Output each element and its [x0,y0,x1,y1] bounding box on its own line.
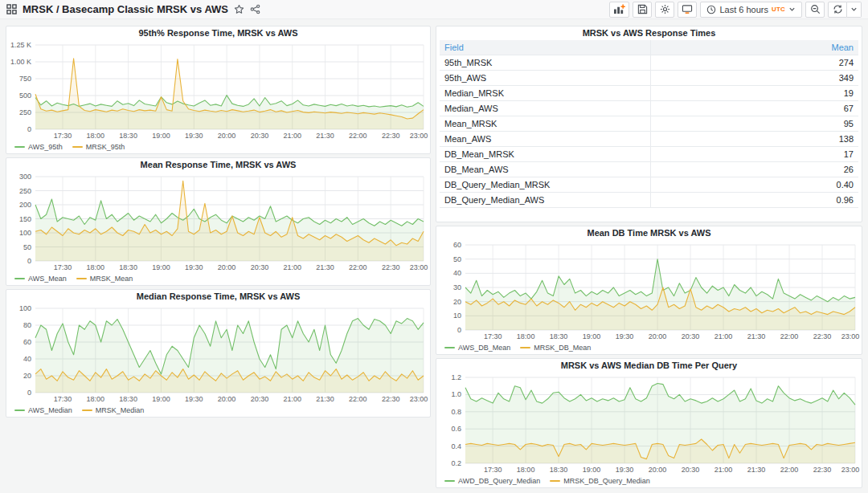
panel-title[interactable]: MRSK vs AWS Median DB Time Per Query [436,359,862,373]
mean-chart-svg[interactable]: 17:3018:0018:3019:0019:3020:0020:3021:00… [6,172,430,272]
star-icon[interactable] [234,4,244,14]
legend-color-dash [76,278,87,279]
median-response-time-chart[interactable]: 17:3018:0018:3019:0019:3020:0020:3021:00… [6,304,430,404]
svg-text:0.4: 0.4 [451,442,461,450]
svg-text:18:00: 18:00 [517,466,535,474]
svg-text:17:30: 17:30 [484,466,502,474]
table-row: Median_AWS 67 [440,101,858,116]
svg-text:22:30: 22:30 [813,466,832,474]
legend-item-AWS_DB_Mean[interactable]: AWS_DB_Mean [444,344,510,352]
field-cell: Median_MRSK [440,86,651,100]
svg-text:22:30: 22:30 [382,263,400,271]
svg-text:750: 750 [19,75,31,83]
dashboards-grid-icon[interactable] [6,4,17,14]
svg-text:23:00: 23:00 [841,332,860,340]
svg-text:21:30: 21:30 [316,395,334,403]
panel-title[interactable]: Mean Response Time, MRSK vs AWS [6,158,430,172]
p95-chart-svg[interactable]: 17:3018:0018:3019:0019:3020:0020:3021:00… [6,40,430,141]
legend-item-AWS_Mean[interactable]: AWS_Mean [14,275,67,283]
legend-item-MRSK_Mean[interactable]: MRSK_Mean [76,275,133,283]
legend-item-AWS_95th[interactable]: AWS_95th [14,143,63,151]
svg-text:21:30: 21:30 [747,332,766,340]
dbquery-chart-svg[interactable]: 17:3018:0018:3019:0019:3020:0020:3021:00… [436,373,862,475]
svg-text:20:30: 20:30 [251,132,269,140]
legend-label: MRSK_95th [86,143,125,151]
svg-text:1.2: 1.2 [451,373,461,381]
save-dashboard-button[interactable] [633,2,652,18]
field-cell: Mean_AWS [440,132,651,146]
add-panel-button[interactable] [609,2,629,18]
panel-median-db-time-per-query: MRSK vs AWS Median DB Time Per Query 17:… [436,358,862,488]
mean-cell: 274 [651,58,858,67]
legend-item-AWS_Median[interactable]: AWS_Median [14,406,72,414]
dashboard-title: MRSK / Basecamp Classic MRSK vs AWS [23,3,228,15]
median-chart-svg[interactable]: 17:3018:0018:3019:0019:3020:0020:3021:00… [6,304,430,404]
panel-mean-db-time: Mean DB Time MRSK vs AWS 17:3018:0018:30… [436,226,862,355]
legend-color-dash [82,409,92,411]
svg-text:500: 500 [19,92,31,100]
legend-item-AWD_DB_Query_Median[interactable]: AWD_DB_Query_Median [444,477,540,485]
panel-title[interactable]: Mean DB Time MRSK vs AWS [436,226,862,240]
svg-text:60: 60 [453,241,461,249]
p95-response-time-chart[interactable]: 17:3018:0018:3019:0019:3020:0020:3021:00… [6,40,430,141]
svg-text:18:30: 18:30 [119,395,137,403]
svg-text:200: 200 [19,201,31,209]
svg-text:22:30: 22:30 [813,332,832,340]
mean-cell: 0.96 [651,195,858,205]
svg-text:0.6: 0.6 [451,425,461,433]
svg-text:80: 80 [23,321,31,329]
mean-response-time-chart[interactable]: 17:3018:0018:3019:0019:3020:0020:3021:00… [6,172,430,272]
svg-text:0: 0 [27,257,31,265]
panel-title[interactable]: MRSK vs AWS Response Times [436,26,862,40]
svg-text:20: 20 [23,372,31,380]
mean-cell: 95 [651,119,858,128]
svg-text:19:30: 19:30 [185,395,203,403]
svg-text:50: 50 [453,255,461,263]
legend-item-MRSK_DB_Mean[interactable]: MRSK_DB_Mean [520,344,591,352]
zoom-out-button[interactable] [805,2,825,18]
dbmean-chart-svg[interactable]: 17:3018:0018:3019:0019:3020:0020:3021:00… [436,240,862,341]
svg-text:18:30: 18:30 [119,263,137,271]
mean-cell: 26 [651,165,858,174]
svg-text:21:30: 21:30 [316,263,334,271]
svg-text:100: 100 [19,229,31,237]
svg-text:20:00: 20:00 [218,263,236,271]
panel-title[interactable]: Median Response Time, MRSK vs AWS [6,290,430,304]
svg-text:22:00: 22:00 [780,466,799,474]
mean-db-time-chart[interactable]: 17:3018:0018:3019:0019:3020:0020:3021:00… [436,240,862,341]
svg-text:22:00: 22:00 [349,263,367,271]
column-header-field[interactable]: Field [440,40,651,55]
svg-text:22:30: 22:30 [382,395,400,403]
svg-text:19:00: 19:00 [583,332,601,340]
svg-text:21:00: 21:00 [714,466,733,474]
dashboard-settings-button[interactable] [655,2,674,18]
dashboard-toolbar: Last 6 hours UTC [609,2,862,18]
legend-item-MRSK_DB_Query_Median[interactable]: MRSK_DB_Query_Median [550,477,650,485]
svg-text:23:00: 23:00 [410,395,428,403]
mean-cell: 0.40 [651,180,858,189]
panel-title[interactable]: 95th% Response Time, MRSK vs AWS [6,26,430,40]
svg-text:0: 0 [457,326,461,334]
legend-item-MRSK_95th[interactable]: MRSK_95th [72,143,125,151]
cycle-view-mode-button[interactable] [678,2,697,18]
svg-text:19:30: 19:30 [185,132,203,140]
refresh-button[interactable] [828,2,847,18]
svg-text:21:00: 21:00 [283,263,301,271]
svg-text:20:30: 20:30 [251,263,269,271]
svg-text:18:00: 18:00 [517,332,535,340]
svg-text:150: 150 [19,215,31,223]
median-db-time-per-query-chart[interactable]: 17:3018:0018:3019:0019:3020:0020:3021:00… [436,373,862,475]
legend-label: MRSK_Mean [90,275,133,283]
column-header-mean[interactable]: Mean [651,43,858,52]
svg-text:22:00: 22:00 [349,395,367,403]
chart-legend: AWD_DB_Query_Median MRSK_DB_Query_Median [436,475,862,487]
share-icon[interactable] [250,4,260,14]
svg-text:21:00: 21:00 [283,395,301,403]
legend-item-MRSK_Median[interactable]: MRSK_Median [82,406,145,414]
dashboard-header: MRSK / Basecamp Classic MRSK vs AWS [0,0,868,19]
time-range-picker[interactable]: Last 6 hours UTC [700,2,802,18]
refresh-interval-dropdown[interactable] [847,2,862,18]
svg-text:22:00: 22:00 [349,132,367,140]
timezone-label: UTC [772,6,785,13]
svg-text:23:00: 23:00 [410,132,428,140]
